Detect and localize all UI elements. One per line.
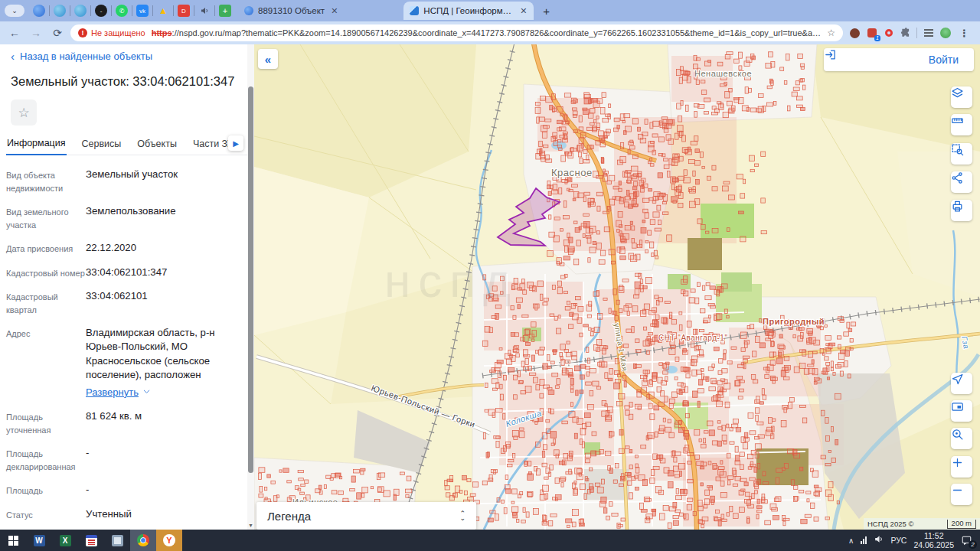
scale-bar: 200 m <box>947 520 976 529</box>
speaker-icon[interactable] <box>874 533 884 547</box>
panel-tabs: ИнформацияСервисыОбъектыЧасти ЗУСоста▶ <box>6 136 254 155</box>
browser-tabstrip: ⌄ -✆vk▲D+ 8891310 Объект ✕ НСПД | Геоинф… <box>0 0 980 21</box>
minimap-button[interactable] <box>951 400 972 422</box>
security-label: Не защищено <box>91 28 145 37</box>
pinned-whatsapp-icon[interactable]: ✆ <box>116 5 128 17</box>
extension-icon-1[interactable] <box>849 28 861 39</box>
system-tray: ∧ РУС 11:5224.06.2025 2 <box>848 531 980 549</box>
pinned-vk-icon[interactable]: vk <box>136 5 149 17</box>
browser-tab-1[interactable]: 8891310 Объект ✕ <box>238 2 344 20</box>
attribution-text: НСПД 2025 © <box>867 520 913 528</box>
pinned-blue-2-icon[interactable] <box>54 5 66 17</box>
network-icon[interactable] <box>861 536 867 544</box>
tabs-scroll-right-button[interactable]: ▶ <box>228 135 243 151</box>
map-canvas[interactable]: нспдНенашевскоеКрасноеПригородныйСНТ "Ав… <box>254 44 980 530</box>
field-value: - <box>86 483 240 497</box>
scrollbar-down-arrow[interactable]: ▼ <box>247 523 254 528</box>
panel-scrollbar[interactable]: ▼ <box>247 44 254 530</box>
expand-address-link[interactable]: Развернуть <box>86 386 240 399</box>
pinned-dark-icon[interactable]: - <box>95 5 107 17</box>
pinned-audio-icon[interactable] <box>198 5 211 17</box>
field-value: 81 624 кв. м <box>86 409 240 436</box>
browser-toolbar: ← → ⟳ ! Не защищено https://nspd.gov.ru/… <box>0 21 980 44</box>
reading-list-icon[interactable] <box>923 28 934 39</box>
forward-button[interactable]: → <box>28 24 44 41</box>
tab-search-button[interactable]: ⌄ <box>5 5 24 17</box>
tab-favicon <box>410 6 419 15</box>
zoom-in-button[interactable] <box>951 456 972 478</box>
print-button[interactable] <box>951 200 972 221</box>
browser-menu-icon[interactable]: ⋮ <box>956 28 972 39</box>
field-value: 33:04:062101:347 <box>86 266 240 280</box>
ruler-button[interactable] <box>951 114 972 135</box>
security-warning-icon[interactable]: ! <box>78 28 87 37</box>
favorite-star-button[interactable]: ☆ <box>11 99 37 126</box>
browser-tab-2-active[interactable]: НСПД | Геоинформационный ✕ <box>403 2 533 20</box>
panel-tab-3[interactable]: Объекты <box>136 139 178 155</box>
taskbar-app-document[interactable] <box>104 530 130 551</box>
taskbar-app-excel[interactable]: X <box>52 530 78 551</box>
start-button[interactable] <box>0 530 26 551</box>
language-indicator[interactable]: РУС <box>890 536 906 545</box>
locate-button[interactable] <box>951 373 972 394</box>
clock[interactable]: 11:5224.06.2025 <box>913 531 954 549</box>
area-select-button[interactable] <box>951 143 972 165</box>
tab-favicon <box>244 6 253 15</box>
map-label: Красное <box>551 167 593 178</box>
bookmark-star-icon[interactable]: ☆ <box>821 28 835 38</box>
back-to-results-link[interactable]: ‹ Назад в найденные объекты <box>11 51 254 62</box>
extension-icon-2[interactable]: 1 <box>866 28 877 39</box>
back-link-label: Назад в найденные объекты <box>20 51 152 62</box>
tab-close-icon[interactable]: ✕ <box>520 6 527 16</box>
profile-avatar[interactable] <box>939 28 951 39</box>
back-button[interactable]: ← <box>6 24 23 41</box>
field-row: Дата присвоения22.12.2020 <box>6 241 240 256</box>
taskbar-app-yandex[interactable]: Y <box>156 530 182 551</box>
pinned-separator <box>173 5 174 16</box>
notification-icon[interactable]: 2 <box>961 535 972 546</box>
taskbar-app-report[interactable] <box>78 530 104 551</box>
taskbar-app-word[interactable]: W <box>26 530 52 551</box>
pinned-separator <box>194 5 194 16</box>
tray-expand-icon[interactable]: ∧ <box>848 536 854 545</box>
panel-tab-1[interactable]: Информация <box>6 138 67 155</box>
field-label: Вид земельного участка <box>6 204 86 231</box>
pinned-separator <box>152 5 153 16</box>
field-value: - <box>86 446 240 473</box>
panel-tab-2[interactable]: Сервисы <box>81 139 122 155</box>
tab-title: НСПД | Геоинформационный <box>423 6 514 15</box>
zoom-out-button[interactable] <box>951 484 972 505</box>
pinned-red-d-icon[interactable]: D <box>178 5 190 17</box>
object-search-button[interactable] <box>951 428 972 449</box>
taskbar-app-chrome[interactable] <box>130 530 156 551</box>
tab-close-icon[interactable]: ✕ <box>331 6 338 16</box>
pinned-drive-icon[interactable]: ▲ <box>157 5 169 17</box>
extensions-puzzle-icon[interactable] <box>900 28 911 39</box>
pinned-separator <box>90 5 91 16</box>
pinned-blue-3-icon[interactable] <box>74 5 87 17</box>
pinned-blue-1-icon[interactable] <box>33 5 45 17</box>
field-row: Площадь декларированная- <box>6 446 240 473</box>
new-tab-button[interactable]: + <box>538 2 555 19</box>
panel-collapse-button[interactable]: « <box>258 49 278 69</box>
extensions-area: 1 ⋮ <box>848 28 974 39</box>
layers-button[interactable] <box>951 86 972 108</box>
chevron-down-icon <box>142 386 151 399</box>
page-title: Земельный участок: 33:04:062101:347 <box>11 74 243 89</box>
extension-badge: 1 <box>874 35 880 41</box>
login-bar[interactable]: Войти <box>824 48 974 71</box>
field-row: Вид объекта недвижимостиЗемельный участо… <box>6 168 240 194</box>
field-label: Площадь <box>6 483 86 497</box>
pinned-separator <box>132 5 132 16</box>
extension-icon-3[interactable] <box>883 28 894 39</box>
address-bar[interactable]: ! Не защищено https://nspd.gov.ru/map?th… <box>70 24 843 41</box>
legend-bar[interactable]: Легенда ⌃⌄ <box>256 502 476 530</box>
scrollbar-thumb[interactable] <box>248 86 253 473</box>
chevron-left-icon: ‹ <box>11 51 15 61</box>
share-button[interactable] <box>951 171 972 193</box>
map-attribution: НСПД 2025 © 200 m <box>864 518 980 530</box>
pinned-green-plus-icon[interactable]: + <box>219 5 231 17</box>
reload-button[interactable]: ⟳ <box>49 24 66 41</box>
map-watermark: нспд <box>384 254 518 307</box>
page-content: ‹ Назад в найденные объекты Земельный уч… <box>0 44 980 530</box>
